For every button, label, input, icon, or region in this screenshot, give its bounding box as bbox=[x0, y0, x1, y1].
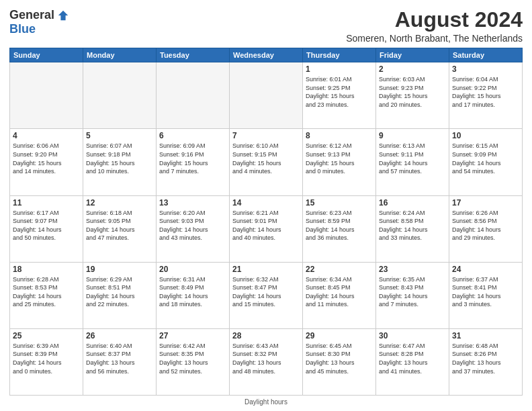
day-number: 2 bbox=[379, 64, 446, 74]
calendar-cell: 18Sunrise: 6:28 AM Sunset: 8:53 PM Dayli… bbox=[10, 262, 83, 328]
day-info: Sunrise: 6:31 AM Sunset: 8:49 PM Dayligh… bbox=[159, 275, 226, 309]
day-number: 31 bbox=[452, 331, 519, 340]
day-info: Sunrise: 6:39 AM Sunset: 8:39 PM Dayligh… bbox=[13, 342, 80, 375]
month-year: August 2024 bbox=[346, 8, 523, 32]
logo: General Blue bbox=[9, 8, 69, 36]
day-number: 3 bbox=[452, 64, 519, 74]
day-info: Sunrise: 6:15 AM Sunset: 9:09 PM Dayligh… bbox=[452, 142, 519, 175]
day-info: Sunrise: 6:34 AM Sunset: 8:45 PM Dayligh… bbox=[306, 275, 373, 309]
calendar-cell: 20Sunrise: 6:31 AM Sunset: 8:49 PM Dayli… bbox=[157, 262, 230, 328]
calendar-cell bbox=[157, 62, 230, 129]
day-number: 17 bbox=[452, 198, 519, 208]
calendar-cell: 12Sunrise: 6:18 AM Sunset: 9:05 PM Dayli… bbox=[83, 195, 157, 262]
day-info: Sunrise: 6:37 AM Sunset: 8:41 PM Dayligh… bbox=[452, 275, 519, 309]
day-info: Sunrise: 6:06 AM Sunset: 9:20 PM Dayligh… bbox=[13, 142, 80, 175]
day-info: Sunrise: 6:48 AM Sunset: 8:26 PM Dayligh… bbox=[452, 342, 519, 375]
day-info: Sunrise: 6:01 AM Sunset: 9:25 PM Dayligh… bbox=[306, 75, 373, 109]
day-info: Sunrise: 6:24 AM Sunset: 8:58 PM Dayligh… bbox=[379, 209, 446, 242]
calendar-header-row: SundayMondayTuesdayWednesdayThursdayFrid… bbox=[10, 48, 523, 62]
calendar-cell: 29Sunrise: 6:45 AM Sunset: 8:30 PM Dayli… bbox=[303, 328, 376, 395]
col-header-wednesday: Wednesday bbox=[230, 48, 303, 62]
logo-blue: Blue bbox=[9, 22, 36, 36]
calendar-cell: 27Sunrise: 6:42 AM Sunset: 8:35 PM Dayli… bbox=[157, 328, 230, 395]
day-info: Sunrise: 6:12 AM Sunset: 9:13 PM Dayligh… bbox=[306, 142, 373, 175]
day-number: 18 bbox=[13, 265, 80, 274]
calendar-cell bbox=[83, 62, 157, 129]
calendar-week-3: 11Sunrise: 6:17 AM Sunset: 9:07 PM Dayli… bbox=[10, 195, 523, 262]
day-number: 25 bbox=[13, 331, 80, 340]
day-number: 16 bbox=[379, 198, 446, 208]
day-number: 10 bbox=[452, 131, 519, 140]
day-info: Sunrise: 6:09 AM Sunset: 9:16 PM Dayligh… bbox=[159, 142, 226, 175]
calendar-week-1: 1Sunrise: 6:01 AM Sunset: 9:25 PM Daylig… bbox=[10, 62, 523, 129]
calendar-cell: 23Sunrise: 6:35 AM Sunset: 8:43 PM Dayli… bbox=[376, 262, 449, 328]
logo-icon bbox=[57, 9, 69, 21]
day-number: 23 bbox=[379, 265, 446, 274]
day-info: Sunrise: 6:42 AM Sunset: 8:35 PM Dayligh… bbox=[159, 342, 226, 375]
calendar-cell: 19Sunrise: 6:29 AM Sunset: 8:51 PM Dayli… bbox=[83, 262, 157, 328]
calendar-cell: 14Sunrise: 6:21 AM Sunset: 9:01 PM Dayli… bbox=[230, 195, 303, 262]
calendar-cell: 25Sunrise: 6:39 AM Sunset: 8:39 PM Dayli… bbox=[10, 328, 83, 395]
day-info: Sunrise: 6:43 AM Sunset: 8:32 PM Dayligh… bbox=[232, 342, 300, 375]
day-number: 7 bbox=[232, 131, 300, 140]
calendar-cell: 31Sunrise: 6:48 AM Sunset: 8:26 PM Dayli… bbox=[449, 328, 523, 395]
day-number: 27 bbox=[159, 331, 226, 340]
footer-note: Daylight hours bbox=[9, 398, 523, 406]
calendar-cell: 5Sunrise: 6:07 AM Sunset: 9:18 PM Daylig… bbox=[83, 129, 157, 195]
calendar-cell: 16Sunrise: 6:24 AM Sunset: 8:58 PM Dayli… bbox=[376, 195, 449, 262]
day-info: Sunrise: 6:13 AM Sunset: 9:11 PM Dayligh… bbox=[379, 142, 446, 175]
day-info: Sunrise: 6:28 AM Sunset: 8:53 PM Dayligh… bbox=[13, 275, 80, 309]
day-number: 15 bbox=[306, 198, 373, 208]
day-number: 14 bbox=[232, 198, 300, 208]
day-number: 24 bbox=[452, 265, 519, 274]
calendar-cell bbox=[10, 62, 83, 129]
col-header-tuesday: Tuesday bbox=[157, 48, 230, 62]
calendar-cell: 4Sunrise: 6:06 AM Sunset: 9:20 PM Daylig… bbox=[10, 129, 83, 195]
day-info: Sunrise: 6:03 AM Sunset: 9:23 PM Dayligh… bbox=[379, 75, 446, 109]
col-header-friday: Friday bbox=[376, 48, 449, 62]
day-info: Sunrise: 6:32 AM Sunset: 8:47 PM Dayligh… bbox=[232, 275, 300, 309]
svg-marker-0 bbox=[58, 10, 68, 19]
calendar-cell: 17Sunrise: 6:26 AM Sunset: 8:56 PM Dayli… bbox=[449, 195, 523, 262]
calendar-cell: 22Sunrise: 6:34 AM Sunset: 8:45 PM Dayli… bbox=[303, 262, 376, 328]
calendar-cell: 15Sunrise: 6:23 AM Sunset: 8:59 PM Dayli… bbox=[303, 195, 376, 262]
day-info: Sunrise: 6:20 AM Sunset: 9:03 PM Dayligh… bbox=[159, 209, 226, 242]
day-info: Sunrise: 6:40 AM Sunset: 8:37 PM Dayligh… bbox=[86, 342, 153, 375]
day-number: 12 bbox=[86, 198, 153, 208]
day-info: Sunrise: 6:29 AM Sunset: 8:51 PM Dayligh… bbox=[86, 275, 153, 309]
calendar-cell: 11Sunrise: 6:17 AM Sunset: 9:07 PM Dayli… bbox=[10, 195, 83, 262]
day-number: 11 bbox=[13, 198, 80, 208]
day-info: Sunrise: 6:23 AM Sunset: 8:59 PM Dayligh… bbox=[306, 209, 373, 242]
day-info: Sunrise: 6:35 AM Sunset: 8:43 PM Dayligh… bbox=[379, 275, 446, 309]
col-header-sunday: Sunday bbox=[10, 48, 83, 62]
day-info: Sunrise: 6:45 AM Sunset: 8:30 PM Dayligh… bbox=[306, 342, 373, 375]
day-number: 9 bbox=[379, 131, 446, 140]
calendar-table: SundayMondayTuesdayWednesdayThursdayFrid… bbox=[9, 48, 523, 396]
day-number: 29 bbox=[306, 331, 373, 340]
calendar-week-2: 4Sunrise: 6:06 AM Sunset: 9:20 PM Daylig… bbox=[10, 129, 523, 195]
day-number: 13 bbox=[159, 198, 226, 208]
day-info: Sunrise: 6:07 AM Sunset: 9:18 PM Dayligh… bbox=[86, 142, 153, 175]
day-number: 21 bbox=[232, 265, 300, 274]
day-info: Sunrise: 6:18 AM Sunset: 9:05 PM Dayligh… bbox=[86, 209, 153, 242]
calendar-cell: 2Sunrise: 6:03 AM Sunset: 9:23 PM Daylig… bbox=[376, 62, 449, 129]
day-info: Sunrise: 6:47 AM Sunset: 8:28 PM Dayligh… bbox=[379, 342, 446, 375]
calendar-cell: 3Sunrise: 6:04 AM Sunset: 9:22 PM Daylig… bbox=[449, 62, 523, 129]
day-number: 1 bbox=[306, 64, 373, 74]
day-number: 20 bbox=[159, 265, 226, 274]
logo-general: General bbox=[9, 8, 54, 22]
calendar-cell: 28Sunrise: 6:43 AM Sunset: 8:32 PM Dayli… bbox=[230, 328, 303, 395]
calendar-cell: 7Sunrise: 6:10 AM Sunset: 9:15 PM Daylig… bbox=[230, 129, 303, 195]
day-number: 8 bbox=[306, 131, 373, 140]
calendar-cell: 26Sunrise: 6:40 AM Sunset: 8:37 PM Dayli… bbox=[83, 328, 157, 395]
location: Someren, North Brabant, The Netherlands bbox=[346, 33, 523, 44]
calendar-week-5: 25Sunrise: 6:39 AM Sunset: 8:39 PM Dayli… bbox=[10, 328, 523, 395]
calendar-cell: 30Sunrise: 6:47 AM Sunset: 8:28 PM Dayli… bbox=[376, 328, 449, 395]
day-number: 30 bbox=[379, 331, 446, 340]
day-number: 19 bbox=[86, 265, 153, 274]
day-number: 22 bbox=[306, 265, 373, 274]
calendar-cell: 8Sunrise: 6:12 AM Sunset: 9:13 PM Daylig… bbox=[303, 129, 376, 195]
day-info: Sunrise: 6:17 AM Sunset: 9:07 PM Dayligh… bbox=[13, 209, 80, 242]
day-info: Sunrise: 6:10 AM Sunset: 9:15 PM Dayligh… bbox=[232, 142, 300, 175]
day-number: 26 bbox=[86, 331, 153, 340]
